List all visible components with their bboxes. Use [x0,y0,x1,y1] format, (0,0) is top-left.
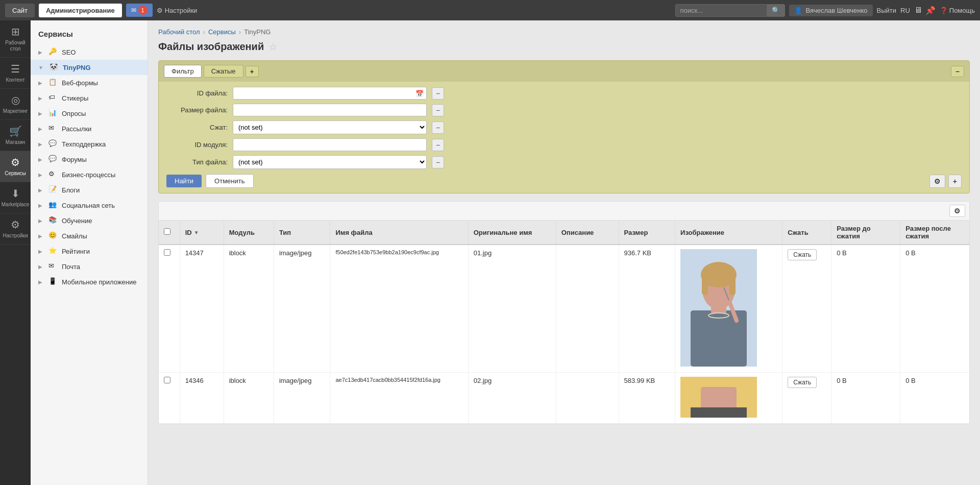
marketing-icon: ◎ [11,94,20,106]
favorite-star-icon[interactable]: ☆ [269,41,277,53]
breadcrumb-services[interactable]: Сервисы [208,28,236,36]
filter-remove-file-id[interactable]: − [432,87,444,100]
menu-label-polls: Опросы [62,110,86,117]
search-button[interactable]: 🔍 [767,4,785,17]
menu-item-forums[interactable]: ▶ 💬 Форумы [31,152,148,167]
row1-checkbox[interactable] [164,249,170,256]
filter-remove-file-type[interactable]: − [432,156,444,168]
menu-item-mobile[interactable]: ▶ 📱 Мобильное приложение [31,274,148,289]
language-button[interactable]: RU [900,7,910,14]
sidebar-item-shop[interactable]: 🛒 Магазин [0,120,31,151]
row1-before: 0 В [831,245,900,373]
menu-item-webforms[interactable]: ▶ 📋 Веб-формы [31,75,148,90]
page-title: Файлы изображений [158,41,264,53]
mobile-icon: 📱 [48,277,58,286]
learning-icon: 📚 [48,216,58,225]
sidebar-item-marketplace[interactable]: ⬇ Marketplace [0,182,31,213]
logout-button[interactable]: Выйти [877,7,897,14]
filter-add-icon-button[interactable]: + [948,175,962,188]
menu-item-ratings[interactable]: ▶ ⭐ Рейтинги [31,244,148,259]
menu-label-smileys: Смайлы [62,232,87,240]
row2-checkbox-cell [159,373,180,424]
row1-image [680,249,757,367]
filter-input-module-id[interactable] [233,138,427,151]
menu-item-mail[interactable]: ▶ ✉ Почта [31,259,148,274]
filter-input-file-size[interactable] [233,104,427,116]
sidebar-item-settings[interactable]: ⚙ Настройки [0,213,31,245]
settings-nav-icon: ⚙ [11,219,20,231]
search-input[interactable] [675,4,767,17]
svg-rect-6 [729,275,736,295]
row2-compress-cell: Сжать [782,373,831,424]
search-area: 🔍 [675,4,785,17]
filter-label-file-size: Размер файла: [166,106,228,114]
admin-button[interactable]: Администрирование [39,4,122,17]
monitor-icon-button[interactable]: 🖥 [914,6,922,15]
row2-id: 14346 [180,373,224,424]
filter-label-module-id: ID модуля: [166,141,228,149]
row1-id: 14347 [180,245,224,373]
filter-remove-module-id[interactable]: − [432,139,444,151]
row1-compress-button[interactable]: Сжать [788,249,817,260]
stickers-icon: 🏷 [48,93,58,103]
arrow-icon-forums: ▶ [38,157,42,162]
user-icon: 👤 [794,7,802,14]
notifications-button[interactable]: ✉ 1 [126,4,153,17]
filter-remove-compressed[interactable]: − [432,122,444,134]
filter-input-file-id[interactable] [233,87,427,100]
sidebar-item-content[interactable]: ☰ Контент [0,58,31,89]
site-button[interactable]: Сайт [5,4,35,17]
filter-remove-file-size[interactable]: − [432,104,444,116]
tinypng-icon: 🐼 [50,63,59,72]
th-compress: Сжать [782,221,831,245]
menu-label-seo: SEO [62,48,76,56]
menu-item-tinypng[interactable]: ▼ 🐼 TinyPNG [31,60,148,75]
select-all-checkbox[interactable] [164,228,170,235]
menu-item-social[interactable]: ▶ 👥 Социальная сеть [31,198,148,213]
menu-item-mailings[interactable]: ▶ ✉ Рассылки [31,121,148,136]
filter-settings-icon-button[interactable]: ⚙ [929,175,945,188]
sidebar-item-services[interactable]: ⚙ Сервисы [0,151,31,182]
cancel-button[interactable]: Отменить [206,174,253,188]
menu-item-stickers[interactable]: ▶ 🏷 Стикеры [31,90,148,106]
row2-origname: 02.jpg [468,373,556,424]
menu-item-bizproc[interactable]: ▶ ⚙ Бизнес-процессы [31,167,148,182]
icon-sidebar: ⊞ Рабочий стол ☰ Контент ◎ Маркетинг 🛒 М… [0,20,31,485]
filter-actions: Найти Отменить ⚙ + [166,174,962,188]
find-button[interactable]: Найти [166,175,202,187]
filter-tab-filter[interactable]: Фильтр [164,65,202,78]
ratings-icon: ⭐ [48,247,58,256]
th-id[interactable]: ID ▼ [180,221,224,245]
help-button[interactable]: ❓ Помощь [940,7,975,14]
filter-select-compressed[interactable]: (not set) Да Нет [233,120,427,134]
table-settings-button[interactable]: ⚙ [949,205,965,217]
row2-filename: ae7c13edb417cacb0bb354415f2fd16a.jpg [330,373,468,424]
user-info[interactable]: 👤 Вячеслав Шевченко [789,5,872,16]
row2-compress-button[interactable]: Сжать [788,377,817,388]
gear-icon: ⚙ [157,7,163,14]
support-icon: 💬 [48,139,58,149]
menu-item-polls[interactable]: ▶ 📊 Опросы [31,106,148,121]
filter-tab-compressed[interactable]: Сжатые [204,65,243,78]
menu-item-smileys[interactable]: ▶ 😊 Смайлы [31,228,148,244]
row1-checkbox-cell [159,245,180,373]
marketplace-icon: ⬇ [11,187,20,200]
second-sidebar: Сервисы ▶ 🔑 SEO ▼ 🐼 TinyPNG ▶ 📋 Веб-форм… [31,20,148,485]
filter-select-file-type[interactable]: (not set) image/jpeg image/png image/gif [233,155,427,169]
menu-item-learning[interactable]: ▶ 📚 Обучение [31,213,148,228]
menu-item-seo[interactable]: ▶ 🔑 SEO [31,44,148,60]
breadcrumb-sep-2: › [239,28,241,36]
settings-button[interactable]: ⚙ Настройки [157,7,198,14]
calendar-icon[interactable]: 📅 [415,89,424,97]
row2-checkbox[interactable] [164,377,170,383]
sidebar-item-marketing[interactable]: ◎ Маркетинг [0,89,31,120]
menu-item-blogs[interactable]: ▶ 📝 Блоги [31,182,148,198]
filter-collapse-button[interactable]: − [951,66,964,77]
files-table: ID ▼ Модуль Тип Имя файла Оригинальне им… [159,221,969,424]
filter-add-tab-button[interactable]: + [246,66,259,77]
sidebar-item-desktop[interactable]: ⊞ Рабочий стол [0,20,31,58]
th-origname: Оригинальне имя [468,221,556,245]
pin-icon-button[interactable]: 📌 [925,6,936,15]
menu-item-support[interactable]: ▶ 💬 Техподдержка [31,136,148,152]
breadcrumb-desktop[interactable]: Рабочий стол [158,28,200,36]
